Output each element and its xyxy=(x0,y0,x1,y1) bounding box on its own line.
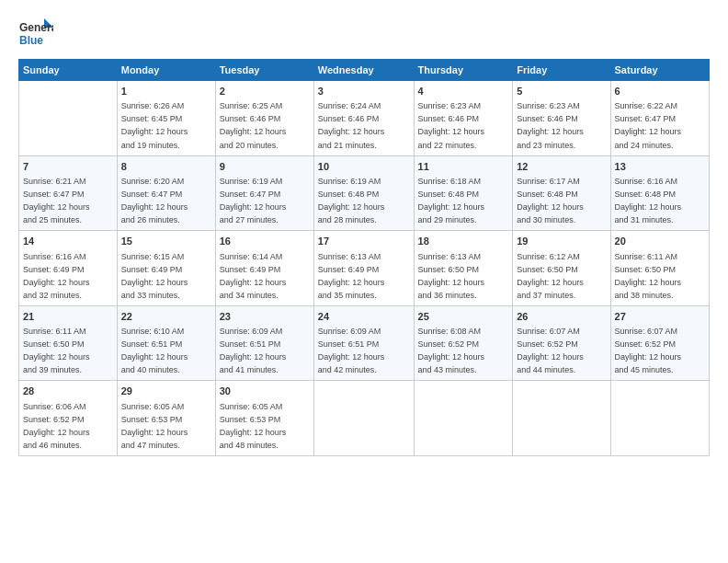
day-info: Sunrise: 6:12 AM Sunset: 6:50 PM Dayligh… xyxy=(517,252,584,300)
calendar-table: SundayMondayTuesdayWednesdayThursdayFrid… xyxy=(18,59,710,456)
week-row-5: 28Sunrise: 6:06 AM Sunset: 6:52 PM Dayli… xyxy=(19,381,710,456)
calendar-cell: 30Sunrise: 6:05 AM Sunset: 6:53 PM Dayli… xyxy=(215,381,313,456)
col-header-monday: Monday xyxy=(117,60,215,81)
day-number: 1 xyxy=(121,85,211,98)
day-number: 5 xyxy=(517,85,606,98)
day-info: Sunrise: 6:19 AM Sunset: 6:48 PM Dayligh… xyxy=(318,177,385,224)
day-number: 22 xyxy=(121,310,211,324)
week-row-3: 14Sunrise: 6:16 AM Sunset: 6:49 PM Dayli… xyxy=(19,231,710,306)
day-info: Sunrise: 6:16 AM Sunset: 6:49 PM Dayligh… xyxy=(23,252,90,300)
day-number: 25 xyxy=(418,310,509,324)
calendar-cell: 17Sunrise: 6:13 AM Sunset: 6:49 PM Dayli… xyxy=(313,231,414,306)
svg-text:General: General xyxy=(19,21,53,34)
day-number: 29 xyxy=(121,385,211,398)
calendar-cell: 13Sunrise: 6:16 AM Sunset: 6:48 PM Dayli… xyxy=(610,155,709,231)
calendar-cell: 10Sunrise: 6:19 AM Sunset: 6:48 PM Dayli… xyxy=(313,155,414,231)
day-info: Sunrise: 6:07 AM Sunset: 6:52 PM Dayligh… xyxy=(615,327,682,374)
day-number: 3 xyxy=(318,85,410,98)
day-number: 17 xyxy=(318,235,410,248)
calendar-cell: 22Sunrise: 6:10 AM Sunset: 6:51 PM Dayli… xyxy=(117,305,215,381)
day-number: 14 xyxy=(23,235,113,248)
day-info: Sunrise: 6:23 AM Sunset: 6:46 PM Dayligh… xyxy=(517,101,584,149)
col-header-wednesday: Wednesday xyxy=(313,60,414,81)
week-row-4: 21Sunrise: 6:11 AM Sunset: 6:50 PM Dayli… xyxy=(19,305,710,381)
calendar-cell xyxy=(513,381,610,456)
day-number: 2 xyxy=(220,85,310,98)
calendar-cell: 29Sunrise: 6:05 AM Sunset: 6:53 PM Dayli… xyxy=(117,381,215,456)
day-number: 10 xyxy=(318,160,410,174)
calendar-cell: 21Sunrise: 6:11 AM Sunset: 6:50 PM Dayli… xyxy=(19,305,118,381)
header-row: SundayMondayTuesdayWednesdayThursdayFrid… xyxy=(19,60,710,81)
day-number: 27 xyxy=(615,310,705,324)
day-info: Sunrise: 6:14 AM Sunset: 6:49 PM Dayligh… xyxy=(220,252,287,300)
calendar-cell: 20Sunrise: 6:11 AM Sunset: 6:50 PM Dayli… xyxy=(610,231,709,306)
calendar-cell xyxy=(313,381,414,456)
calendar-cell xyxy=(414,381,513,456)
day-info: Sunrise: 6:20 AM Sunset: 6:47 PM Dayligh… xyxy=(121,177,188,224)
day-info: Sunrise: 6:08 AM Sunset: 6:52 PM Dayligh… xyxy=(418,327,485,374)
day-number: 24 xyxy=(318,310,410,324)
day-number: 7 xyxy=(23,160,113,174)
day-number: 26 xyxy=(517,310,606,324)
day-number: 6 xyxy=(615,85,705,98)
day-info: Sunrise: 6:21 AM Sunset: 6:47 PM Dayligh… xyxy=(23,177,90,224)
day-number: 20 xyxy=(615,235,705,248)
day-number: 30 xyxy=(220,385,310,398)
day-info: Sunrise: 6:10 AM Sunset: 6:51 PM Dayligh… xyxy=(121,327,188,374)
day-info: Sunrise: 6:24 AM Sunset: 6:46 PM Dayligh… xyxy=(318,101,385,149)
day-number: 15 xyxy=(121,235,211,248)
calendar-cell: 1Sunrise: 6:26 AM Sunset: 6:45 PM Daylig… xyxy=(117,81,215,156)
day-info: Sunrise: 6:11 AM Sunset: 6:50 PM Dayligh… xyxy=(615,252,682,300)
logo-svg: GeneralBlue xyxy=(18,17,53,48)
day-info: Sunrise: 6:09 AM Sunset: 6:51 PM Dayligh… xyxy=(318,327,385,374)
header: GeneralBlue xyxy=(18,17,710,48)
day-number: 12 xyxy=(517,160,606,174)
calendar-cell: 7Sunrise: 6:21 AM Sunset: 6:47 PM Daylig… xyxy=(19,155,118,231)
day-info: Sunrise: 6:16 AM Sunset: 6:48 PM Dayligh… xyxy=(615,177,682,224)
calendar-cell: 18Sunrise: 6:13 AM Sunset: 6:50 PM Dayli… xyxy=(414,231,513,306)
calendar-cell: 8Sunrise: 6:20 AM Sunset: 6:47 PM Daylig… xyxy=(117,155,215,231)
day-number: 18 xyxy=(418,235,509,248)
day-number: 28 xyxy=(23,385,113,398)
day-number: 19 xyxy=(517,235,606,248)
day-info: Sunrise: 6:06 AM Sunset: 6:52 PM Dayligh… xyxy=(23,402,90,450)
calendar-cell: 6Sunrise: 6:22 AM Sunset: 6:47 PM Daylig… xyxy=(610,81,709,156)
day-info: Sunrise: 6:09 AM Sunset: 6:51 PM Dayligh… xyxy=(220,327,287,374)
svg-text:Blue: Blue xyxy=(19,34,43,47)
calendar-cell: 19Sunrise: 6:12 AM Sunset: 6:50 PM Dayli… xyxy=(513,231,610,306)
day-number: 9 xyxy=(220,160,310,174)
col-header-tuesday: Tuesday xyxy=(215,60,313,81)
calendar-cell: 5Sunrise: 6:23 AM Sunset: 6:46 PM Daylig… xyxy=(513,81,610,156)
day-number: 8 xyxy=(121,160,211,174)
col-header-thursday: Thursday xyxy=(414,60,513,81)
day-info: Sunrise: 6:23 AM Sunset: 6:46 PM Dayligh… xyxy=(418,101,485,149)
calendar-cell: 4Sunrise: 6:23 AM Sunset: 6:46 PM Daylig… xyxy=(414,81,513,156)
calendar-cell: 15Sunrise: 6:15 AM Sunset: 6:49 PM Dayli… xyxy=(117,231,215,306)
calendar-cell: 16Sunrise: 6:14 AM Sunset: 6:49 PM Dayli… xyxy=(215,231,313,306)
week-row-2: 7Sunrise: 6:21 AM Sunset: 6:47 PM Daylig… xyxy=(19,155,710,231)
day-info: Sunrise: 6:11 AM Sunset: 6:50 PM Dayligh… xyxy=(23,327,90,374)
calendar-cell: 9Sunrise: 6:19 AM Sunset: 6:47 PM Daylig… xyxy=(215,155,313,231)
day-number: 21 xyxy=(23,310,113,324)
day-info: Sunrise: 6:26 AM Sunset: 6:45 PM Dayligh… xyxy=(121,101,188,149)
day-info: Sunrise: 6:15 AM Sunset: 6:49 PM Dayligh… xyxy=(121,252,188,300)
day-info: Sunrise: 6:05 AM Sunset: 6:53 PM Dayligh… xyxy=(220,402,287,450)
calendar-cell: 23Sunrise: 6:09 AM Sunset: 6:51 PM Dayli… xyxy=(215,305,313,381)
page: GeneralBlue SundayMondayTuesdayWednesday… xyxy=(0,0,728,563)
day-info: Sunrise: 6:17 AM Sunset: 6:48 PM Dayligh… xyxy=(517,177,584,224)
day-info: Sunrise: 6:13 AM Sunset: 6:49 PM Dayligh… xyxy=(318,252,385,300)
day-info: Sunrise: 6:07 AM Sunset: 6:52 PM Dayligh… xyxy=(517,327,584,374)
col-header-friday: Friday xyxy=(513,60,610,81)
calendar-cell: 12Sunrise: 6:17 AM Sunset: 6:48 PM Dayli… xyxy=(513,155,610,231)
col-header-saturday: Saturday xyxy=(610,60,709,81)
week-row-1: 1Sunrise: 6:26 AM Sunset: 6:45 PM Daylig… xyxy=(19,81,710,156)
calendar-cell: 2Sunrise: 6:25 AM Sunset: 6:46 PM Daylig… xyxy=(215,81,313,156)
day-info: Sunrise: 6:22 AM Sunset: 6:47 PM Dayligh… xyxy=(615,101,682,149)
day-info: Sunrise: 6:25 AM Sunset: 6:46 PM Dayligh… xyxy=(220,101,287,149)
logo: GeneralBlue xyxy=(18,17,53,48)
col-header-sunday: Sunday xyxy=(19,60,118,81)
day-info: Sunrise: 6:13 AM Sunset: 6:50 PM Dayligh… xyxy=(418,252,485,300)
calendar-cell xyxy=(19,81,118,156)
calendar-cell: 11Sunrise: 6:18 AM Sunset: 6:48 PM Dayli… xyxy=(414,155,513,231)
calendar-cell: 27Sunrise: 6:07 AM Sunset: 6:52 PM Dayli… xyxy=(610,305,709,381)
